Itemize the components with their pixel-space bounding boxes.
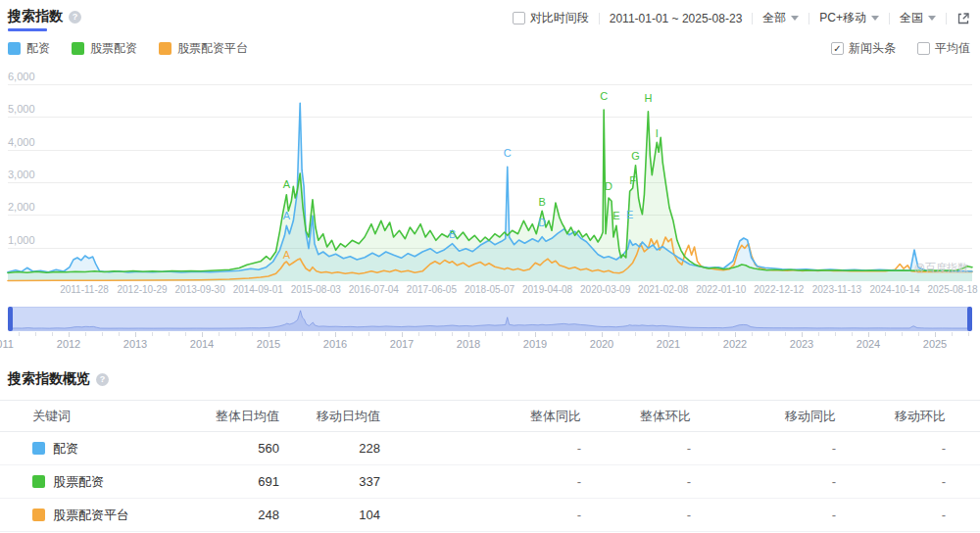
news-marker-green-B[interactable]: B: [538, 196, 545, 208]
timeline-tick: [718, 332, 719, 336]
chevron-down-icon: [928, 16, 936, 21]
timeline-year-label: 2020: [590, 338, 613, 350]
timeline-tick: [452, 332, 453, 336]
news-marker-green-H[interactable]: H: [644, 92, 652, 104]
scope-dropdown[interactable]: 全部: [762, 10, 799, 26]
timeline-tick: [585, 332, 586, 336]
external-link-icon[interactable]: [956, 11, 970, 25]
timeline-tick: [202, 332, 203, 337]
timeline-tick: [335, 332, 336, 337]
x-axis-label: 2025-08-18: [927, 284, 977, 295]
row-swatch-orange: [32, 509, 45, 521]
col-mobile-yoy: 移动同比: [691, 408, 836, 425]
trend-chart[interactable]: 1,0002,0003,0004,0005,0006,000 AAABCBDCD…: [8, 66, 972, 281]
cell-overall-yoy: -: [380, 441, 581, 456]
scrubber-sparkline: [9, 308, 971, 330]
x-axis-label: 2012-10-29: [117, 284, 167, 295]
timeline-tick: [918, 332, 919, 336]
cell-overall-daily: 560: [179, 441, 279, 456]
timeline-tick: [485, 332, 486, 336]
header-controls: 对比时间段 2011-01-01 ~ 2025-08-23 全部 PC+移动 全…: [513, 8, 970, 26]
timeline-tick: [152, 332, 153, 336]
divider: [752, 13, 753, 24]
timeline-tick: [752, 332, 753, 336]
legend-label: 配资: [26, 40, 50, 57]
timeline-tick: [269, 332, 270, 337]
legend-item-gupiao-peizi-pingtai[interactable]: 股票配资平台: [159, 40, 248, 57]
news-marker-green-G[interactable]: G: [631, 150, 640, 162]
timeline-tick: [252, 332, 253, 336]
region-dropdown[interactable]: 全国: [900, 10, 936, 26]
timeline-tick: [518, 332, 519, 336]
compare-period-label: 对比时间段: [530, 10, 589, 26]
scrubber-handle-left[interactable]: [8, 307, 13, 331]
col-overall-mom: 整体环比: [581, 408, 691, 425]
page-title: 搜索指数: [8, 8, 63, 25]
x-axis-label: 2015-08-03: [291, 284, 341, 295]
x-axis-label: 2022-01-10: [696, 284, 746, 295]
news-marker-blue-E[interactable]: E: [626, 209, 633, 220]
divider: [946, 13, 947, 24]
news-marker-blue-A[interactable]: A: [283, 210, 291, 221]
device-dropdown[interactable]: PC+移动: [819, 10, 879, 26]
timeline-year-label: 2016: [323, 338, 347, 350]
cell-mobile-daily: 337: [279, 474, 380, 489]
scrubber-handle-right[interactable]: [967, 307, 972, 331]
header-bar: 搜索指数 ? 对比时间段 2011-01-01 ~ 2025-08-23 全部 …: [0, 0, 980, 31]
timeline-tick: [468, 332, 469, 337]
timeline-tick: [185, 332, 186, 336]
news-marker-green-I[interactable]: I: [656, 127, 659, 139]
timeline-tick: [935, 332, 936, 337]
news-marker-green-D[interactable]: D: [605, 180, 612, 192]
date-range-picker[interactable]: 2011-01-01 ~ 2025-08-23: [610, 12, 743, 25]
news-marker-green-F[interactable]: F: [629, 174, 636, 186]
legend-label: 股票配资: [90, 40, 137, 57]
help-icon[interactable]: ?: [69, 11, 81, 24]
cell-mobile-yoy: -: [691, 474, 836, 489]
news-headlines-label: 新闻头条: [849, 40, 896, 57]
timeline-tick: [802, 332, 803, 337]
news-marker-blue-C[interactable]: C: [504, 147, 512, 159]
timeline-tick: [285, 332, 286, 336]
col-overall-daily: 整体日均值: [179, 408, 279, 425]
timeline-tick: [235, 332, 236, 336]
keyword-cell[interactable]: 配资: [32, 440, 179, 458]
news-headlines-checkbox[interactable]: ✓ 新闻头条: [831, 40, 896, 57]
keyword-cell[interactable]: 股票配资平台: [32, 507, 179, 524]
news-marker-green-C[interactable]: C: [600, 90, 608, 102]
x-axis-label: 2022-12-12: [754, 284, 804, 295]
legend-item-gupiao-peizi[interactable]: 股票配资: [72, 40, 137, 57]
timeline-tick: [835, 332, 836, 336]
checkbox-checked-icon[interactable]: ✓: [831, 42, 844, 55]
sparkline-area: [9, 311, 971, 330]
checkbox-icon[interactable]: [513, 12, 525, 24]
timeline-tick: [818, 332, 819, 336]
news-marker-green-A[interactable]: A: [283, 178, 291, 190]
cell-mobile-daily: 104: [279, 508, 380, 522]
news-marker-orange-A[interactable]: A: [283, 249, 291, 261]
news-marker-blue-B[interactable]: B: [449, 228, 456, 240]
timeline-tick: [502, 332, 503, 336]
news-marker-blue-D[interactable]: D: [538, 217, 546, 228]
timeline-year-label: 2011: [0, 338, 14, 350]
keyword-cell[interactable]: 股票配资: [32, 473, 179, 491]
timeline-tick: [52, 332, 53, 336]
help-icon[interactable]: ?: [96, 373, 109, 386]
row-swatch-green: [32, 475, 45, 488]
timeline-year-label: 2019: [523, 338, 547, 350]
active-tab-underline: [8, 28, 47, 31]
timeline-tick: [102, 332, 103, 336]
timeline-tick: [952, 332, 953, 336]
timeline-tick: [702, 332, 703, 336]
cell-overall-mom: -: [581, 474, 691, 489]
time-range-scrubber[interactable]: [8, 307, 972, 331]
col-mobile-mom: 移动环比: [836, 408, 946, 425]
news-marker-green-E[interactable]: E: [612, 210, 619, 221]
compare-period-checkbox[interactable]: 对比时间段: [513, 10, 589, 26]
keyword-label: 股票配资平台: [53, 507, 129, 524]
legend-item-peizi[interactable]: 配资: [8, 40, 50, 57]
timeline-year-label: 2017: [390, 338, 414, 350]
chart-options: ✓ 新闻头条 平均值: [831, 40, 970, 57]
checkbox-icon[interactable]: [917, 42, 930, 55]
average-checkbox[interactable]: 平均值: [917, 40, 970, 57]
